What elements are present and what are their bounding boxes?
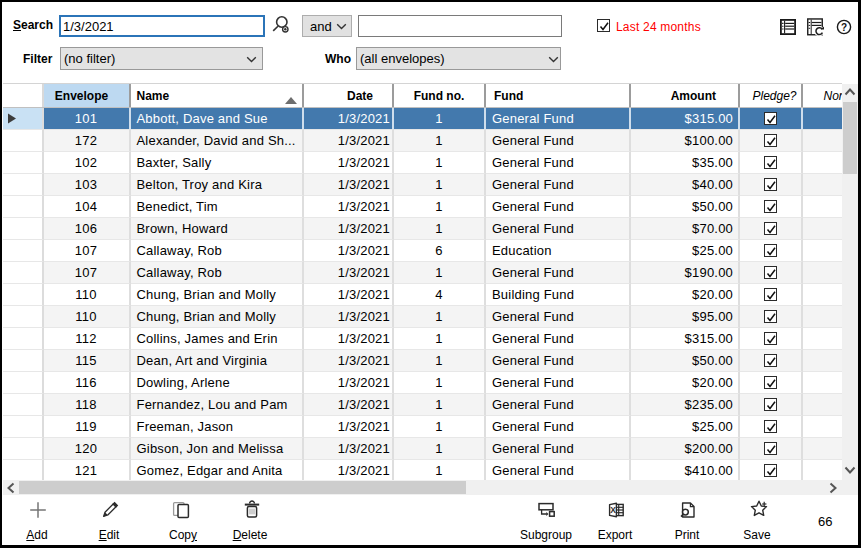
svg-text:X: X [610,505,616,515]
svg-text:?: ? [841,22,847,33]
